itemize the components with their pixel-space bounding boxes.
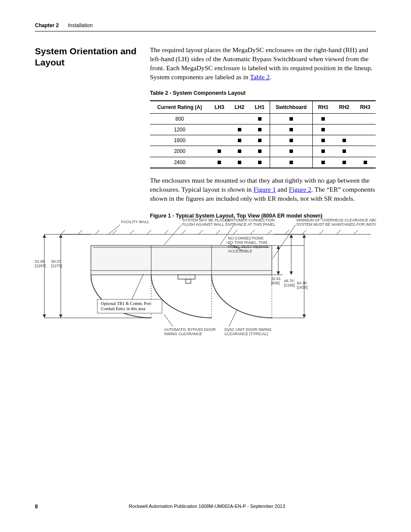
table-cell: [312, 113, 333, 124]
callout-conduit-entry: Optional TB1 & Comm. Port Conduit Entry …: [101, 301, 152, 311]
figure2-link[interactable]: Figure 2: [289, 186, 311, 193]
svg-line-8: [181, 230, 186, 234]
filled-square-icon: [364, 161, 367, 164]
svg-rect-24: [178, 275, 195, 279]
table-cell: [334, 157, 355, 168]
table-cell: [334, 124, 355, 135]
page-header: Chapter 2 Installation: [35, 22, 376, 31]
table-cell: [355, 146, 376, 157]
table2-caption: Table 2 - System Components Layout: [150, 90, 376, 97]
filled-square-icon: [258, 117, 262, 121]
svg-marker-49: [302, 314, 306, 318]
filled-square-icon: [290, 117, 293, 121]
filled-square-icon: [342, 161, 346, 164]
table-row: 2400: [150, 157, 376, 168]
svg-line-18: [354, 230, 358, 234]
table-cell: 2400: [150, 157, 209, 168]
filled-square-icon: [321, 161, 325, 164]
filled-square-icon: [342, 149, 346, 153]
svg-line-13: [268, 230, 272, 234]
table-cell: [230, 113, 250, 124]
dim-46-70: 46.70[1186]: [284, 234, 295, 287]
svg-marker-33: [59, 234, 62, 238]
th-rh3: RH3: [355, 101, 376, 114]
dim-left-outer: 51.08[1297]: [35, 234, 46, 318]
table-cell: [355, 124, 376, 135]
svg-rect-25: [186, 279, 191, 283]
table2-link[interactable]: Table 2: [250, 73, 270, 81]
svg-marker-48: [302, 234, 306, 238]
svg-line-14: [285, 230, 289, 234]
th-current-rating: Current Rating (A): [150, 101, 209, 114]
th-lh3: LH3: [209, 101, 230, 114]
table-cell: [334, 113, 355, 124]
svg-line-1: [61, 230, 65, 234]
table-cell: [209, 157, 230, 168]
label-cust-conn: CUSTOMER CONNECTION ENTRANCE AT THIS PAN…: [225, 218, 276, 227]
table-row: 1200: [150, 124, 376, 135]
page: Chapter 2 Installation System Orientatio…: [0, 0, 411, 532]
table-cell: [209, 146, 230, 157]
intro-paragraph: The required layout places the MegaDySC …: [150, 46, 376, 82]
label-dim-50-37: 50.37[1279]: [51, 259, 62, 268]
svg-line-11: [233, 230, 237, 234]
table-cell: [230, 124, 250, 135]
label-auto-bypass: AUTOMATIC BYPASS DOOR SWING CLEARANCE: [164, 327, 217, 336]
svg-marker-31: [43, 314, 46, 318]
th-switchboard: Switchboard: [270, 101, 312, 114]
svg-marker-43: [277, 271, 280, 275]
table-cell: [270, 157, 312, 168]
svg-line-17: [336, 230, 341, 234]
filled-square-icon: [258, 149, 262, 153]
label-dysc-swing: DySC UNIT DOOR SWING CLEARANCE (TYPICAL): [224, 327, 273, 336]
table-cell: [230, 157, 250, 168]
th-rh1: RH1: [312, 101, 333, 114]
th-lh1: LH1: [249, 101, 270, 114]
table-cell: [209, 124, 230, 135]
intro-text-post: .: [270, 73, 271, 81]
table-cell: [312, 124, 333, 135]
table-cell: [249, 135, 270, 146]
filled-square-icon: [218, 161, 221, 164]
table-cell: [355, 135, 376, 146]
filled-square-icon: [218, 149, 221, 153]
th-lh2: LH2: [230, 101, 250, 114]
filled-square-icon: [238, 149, 241, 153]
filled-square-icon: [290, 161, 293, 164]
filled-square-icon: [321, 139, 325, 142]
svg-line-51: [132, 274, 143, 299]
filled-square-icon: [321, 149, 325, 153]
table-cell: 1600: [150, 135, 209, 146]
table-cell: 800: [150, 113, 209, 124]
filled-square-icon: [290, 149, 293, 153]
section-title: System Orientation and Layout: [35, 46, 138, 68]
p2-mid: and: [276, 186, 289, 193]
table-row: 800: [150, 113, 376, 124]
table-cell: [209, 113, 230, 124]
table2: Current Rating (A) LH3 LH2 LH1 Switchboa…: [150, 100, 376, 168]
label-dim-51-08: 51.08[1297]: [35, 259, 46, 268]
filled-square-icon: [238, 128, 241, 131]
label-facility-wall: FACILITY WALL: [121, 220, 149, 224]
table-cell: [230, 135, 250, 146]
filled-square-icon: [238, 161, 241, 164]
label-dim-32-91: 32.91[836]: [271, 277, 281, 285]
table-cell: [355, 113, 376, 124]
svg-marker-34: [59, 314, 62, 318]
table-cell: [355, 157, 376, 168]
figure1-svg: FACILITY WALL SYSTEM MAY BE PLACED FLUSH…: [35, 215, 376, 345]
dim-64-38: 64.38[1635]: [297, 234, 308, 318]
filled-square-icon: [342, 139, 346, 142]
label-overhead: MINIMUM 24" OVERHEAD CLEARANCE ABOVE SYS…: [296, 218, 376, 227]
figure1-link[interactable]: Figure 1: [253, 186, 276, 193]
table-cell: [334, 146, 355, 157]
filled-square-icon: [238, 139, 241, 142]
svg-marker-30: [43, 234, 46, 238]
svg-line-2: [78, 230, 82, 234]
svg-line-16: [319, 230, 324, 234]
svg-line-3: [95, 230, 100, 234]
dim-left-inner: 50.37[1279]: [51, 234, 62, 318]
dim-32-91: 32.91[836]: [271, 246, 281, 285]
table-cell: 1200: [150, 124, 209, 135]
filled-square-icon: [321, 117, 325, 121]
